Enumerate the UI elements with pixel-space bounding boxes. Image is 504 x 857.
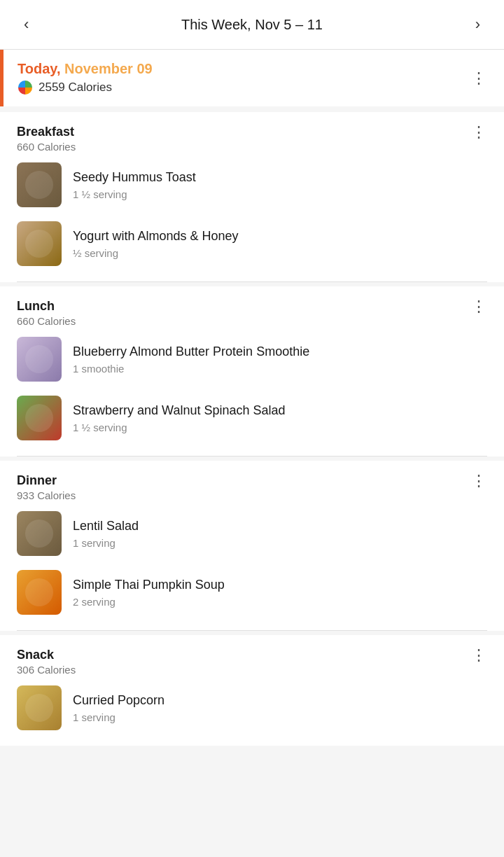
today-menu-button[interactable]: ⋮ bbox=[471, 71, 487, 86]
food-serving: ½ serving bbox=[73, 247, 238, 259]
meal-header-snack: Snack306 Calories⋮ bbox=[17, 635, 487, 678]
list-item[interactable]: Curried Popcorn1 serving bbox=[17, 678, 487, 737]
food-serving: 2 serving bbox=[73, 596, 225, 608]
meal-calories-breakfast: 660 Calories bbox=[17, 141, 76, 153]
food-info: Simple Thai Pumpkin Soup2 serving bbox=[73, 577, 225, 607]
meal-menu-button-lunch[interactable]: ⋮ bbox=[471, 299, 487, 314]
food-name: Lentil Salad bbox=[73, 518, 139, 534]
list-item[interactable]: Strawberry and Walnut Spinach Salad1 ½ s… bbox=[17, 389, 487, 447]
food-name: Curried Popcorn bbox=[73, 692, 164, 709]
svg-point-1 bbox=[25, 171, 53, 199]
food-info: Yogurt with Almonds & Honey½ serving bbox=[73, 228, 238, 258]
today-banner: Today, November 09 2559 Calories ⋮ bbox=[0, 50, 504, 106]
meal-calories-lunch: 660 Calories bbox=[17, 315, 76, 327]
food-name: Yogurt with Almonds & Honey bbox=[73, 228, 238, 244]
food-info: Lentil Salad1 serving bbox=[73, 518, 139, 548]
meal-menu-button-snack[interactable]: ⋮ bbox=[471, 648, 487, 663]
week-header: ‹ This Week, Nov 5 – 11 › bbox=[0, 0, 504, 50]
meal-section-dinner: Dinner933 Calories⋮Lentil Salad1 serving… bbox=[0, 461, 504, 631]
meal-calories-snack: 306 Calories bbox=[17, 664, 76, 676]
svg-point-5 bbox=[25, 520, 53, 548]
food-name: Seedy Hummus Toast bbox=[73, 169, 196, 186]
list-item[interactable]: Simple Thai Pumpkin Soup2 serving bbox=[17, 563, 487, 622]
list-item[interactable]: Yogurt with Almonds & Honey½ serving bbox=[17, 214, 487, 273]
svg-point-3 bbox=[25, 345, 53, 373]
food-thumbnail-1 bbox=[17, 396, 62, 440]
svg-point-4 bbox=[25, 404, 53, 432]
food-name: Blueberry Almond Butter Protein Smoothie bbox=[73, 344, 309, 360]
food-name: Simple Thai Pumpkin Soup bbox=[73, 577, 225, 593]
section-divider bbox=[17, 630, 487, 631]
meals-container: Breakfast660 Calories⋮Seedy Hummus Toast… bbox=[0, 112, 504, 746]
food-serving: 1 serving bbox=[73, 537, 139, 549]
food-thumbnail-1 bbox=[17, 221, 62, 266]
food-serving: 1 ½ serving bbox=[73, 421, 286, 433]
svg-point-6 bbox=[25, 578, 53, 606]
meal-calories-dinner: 933 Calories bbox=[17, 489, 76, 501]
svg-point-7 bbox=[25, 694, 53, 722]
today-date-label: November 09 bbox=[64, 61, 153, 76]
food-serving: 1 serving bbox=[73, 711, 164, 723]
prev-week-button[interactable]: ‹ bbox=[17, 13, 36, 36]
week-title: This Week, Nov 5 – 11 bbox=[181, 17, 323, 33]
food-info: Curried Popcorn1 serving bbox=[73, 692, 164, 723]
section-divider bbox=[17, 281, 487, 282]
food-serving: 1 smoothie bbox=[73, 363, 309, 375]
food-info: Seedy Hummus Toast1 ½ serving bbox=[73, 169, 196, 200]
meal-section-lunch: Lunch660 Calories⋮Blueberry Almond Butte… bbox=[0, 286, 504, 457]
food-info: Blueberry Almond Butter Protein Smoothie… bbox=[73, 344, 309, 374]
food-thumbnail-0 bbox=[17, 685, 62, 730]
meal-items-breakfast: Seedy Hummus Toast1 ½ servingYogurt with… bbox=[17, 155, 487, 281]
meal-menu-button-breakfast[interactable]: ⋮ bbox=[471, 125, 487, 140]
meal-header-dinner: Dinner933 Calories⋮ bbox=[17, 461, 487, 504]
meal-title-snack: Snack bbox=[17, 648, 76, 662]
food-thumbnail-1 bbox=[17, 570, 62, 615]
food-name: Strawberry and Walnut Spinach Salad bbox=[73, 403, 286, 419]
section-divider bbox=[17, 456, 487, 457]
list-item[interactable]: Seedy Hummus Toast1 ½ serving bbox=[17, 155, 487, 214]
meal-section-breakfast: Breakfast660 Calories⋮Seedy Hummus Toast… bbox=[0, 112, 504, 282]
calories-pie-icon bbox=[18, 80, 33, 95]
meal-items-lunch: Blueberry Almond Butter Protein Smoothie… bbox=[17, 330, 487, 456]
food-thumbnail-0 bbox=[17, 162, 62, 207]
food-serving: 1 ½ serving bbox=[73, 188, 196, 200]
meal-items-dinner: Lentil Salad1 servingSimple Thai Pumpkin… bbox=[17, 504, 487, 630]
meal-items-snack: Curried Popcorn1 serving bbox=[17, 678, 487, 746]
list-item[interactable]: Lentil Salad1 serving bbox=[17, 504, 487, 563]
svg-point-2 bbox=[25, 230, 53, 258]
meal-header-breakfast: Breakfast660 Calories⋮ bbox=[17, 112, 487, 155]
next-week-button[interactable]: › bbox=[468, 13, 487, 36]
meal-header-lunch: Lunch660 Calories⋮ bbox=[17, 286, 487, 330]
food-info: Strawberry and Walnut Spinach Salad1 ½ s… bbox=[73, 403, 286, 433]
list-item[interactable]: Blueberry Almond Butter Protein Smoothie… bbox=[17, 330, 487, 389]
food-thumbnail-0 bbox=[17, 511, 62, 556]
meal-menu-button-dinner[interactable]: ⋮ bbox=[471, 473, 487, 489]
meal-title-lunch: Lunch bbox=[17, 299, 76, 314]
food-thumbnail-0 bbox=[17, 337, 62, 382]
today-word-label: Today, bbox=[18, 61, 60, 76]
meal-section-snack: Snack306 Calories⋮Curried Popcorn1 servi… bbox=[0, 635, 504, 746]
meal-title-breakfast: Breakfast bbox=[17, 125, 76, 139]
today-title: Today, November 09 bbox=[18, 61, 153, 77]
meal-title-dinner: Dinner bbox=[17, 473, 76, 488]
total-calories: 2559 Calories bbox=[38, 81, 112, 95]
